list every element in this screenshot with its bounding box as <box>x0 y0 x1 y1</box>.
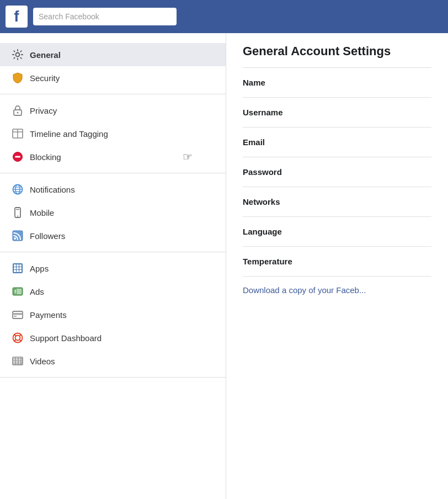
svg-rect-20 <box>17 264 19 267</box>
svg-rect-22 <box>14 267 16 269</box>
rss-icon <box>11 229 24 242</box>
sidebar: General Security <box>0 33 226 499</box>
svg-point-2 <box>17 112 19 114</box>
sidebar-item-followers-label: Followers <box>30 231 65 241</box>
svg-point-35 <box>15 336 20 341</box>
sidebar-item-general[interactable]: General <box>0 43 226 66</box>
svg-rect-30 <box>17 289 22 294</box>
settings-row-email[interactable]: Email <box>243 128 431 157</box>
videos-icon <box>11 354 24 368</box>
sidebar-item-mobile[interactable]: Mobile <box>0 201 226 224</box>
content-area: General Account Settings Name Username E… <box>226 33 448 499</box>
ads-icon: f <box>11 285 24 298</box>
settings-row-language[interactable]: Language <box>243 217 431 247</box>
svg-rect-21 <box>19 264 22 267</box>
sidebar-item-security[interactable]: Security <box>0 66 226 89</box>
svg-rect-33 <box>14 316 17 317</box>
sidebar-item-mobile-label: Mobile <box>30 208 54 217</box>
svg-rect-7 <box>15 156 20 158</box>
svg-rect-32 <box>13 313 23 315</box>
sidebar-item-security-label: Security <box>30 73 60 83</box>
support-icon <box>11 331 24 344</box>
sidebar-group-4: Apps f Ads <box>0 252 226 378</box>
sidebar-item-payments[interactable]: Payments <box>0 303 226 326</box>
shield-icon <box>11 71 24 84</box>
search-bar[interactable]: Search Facebook <box>33 8 177 25</box>
svg-rect-27 <box>19 270 22 272</box>
sidebar-item-notifications-label: Notifications <box>30 185 75 194</box>
page-title: General Account Settings <box>243 44 431 59</box>
sidebar-item-videos[interactable]: Videos <box>0 349 226 373</box>
sidebar-item-notifications[interactable]: Notifications <box>0 178 226 201</box>
header: f Search Facebook <box>0 0 448 33</box>
sidebar-item-videos-label: Videos <box>30 357 55 366</box>
facebook-logo: f <box>6 6 28 28</box>
sidebar-group-2: Privacy Timeline and Tagging <box>0 94 226 173</box>
gear-icon <box>11 48 24 61</box>
sidebar-item-ads-label: Ads <box>30 287 44 296</box>
sidebar-item-support-dashboard[interactable]: Support Dashboard <box>0 326 226 349</box>
sidebar-group-3: Notifications Mobile <box>0 173 226 252</box>
timeline-icon <box>11 127 24 140</box>
sidebar-item-followers[interactable]: Followers <box>0 224 226 247</box>
apps-icon <box>11 262 24 275</box>
svg-rect-26 <box>17 270 19 272</box>
svg-line-36 <box>14 335 16 336</box>
globe-icon <box>11 183 24 196</box>
payments-icon <box>11 308 24 321</box>
download-copy-link[interactable]: Download a copy of your Faceb... <box>243 277 431 304</box>
sidebar-item-timeline-tagging[interactable]: Timeline and Tagging <box>0 122 226 145</box>
sidebar-item-timeline-tagging-label: Timeline and Tagging <box>30 129 108 139</box>
lock-icon <box>11 104 24 117</box>
settings-row-temperature[interactable]: Temperature <box>243 247 431 277</box>
sidebar-item-privacy[interactable]: Privacy <box>0 99 226 122</box>
settings-row-networks[interactable]: Networks <box>243 187 431 217</box>
svg-point-0 <box>16 53 20 57</box>
svg-point-17 <box>14 237 16 240</box>
block-icon <box>11 150 24 163</box>
svg-line-37 <box>19 335 21 336</box>
settings-row-name[interactable]: Name <box>243 68 431 98</box>
sidebar-item-privacy-label: Privacy <box>30 106 57 115</box>
svg-rect-23 <box>17 267 19 269</box>
svg-rect-24 <box>19 267 22 269</box>
svg-point-14 <box>17 216 18 217</box>
settings-row-password[interactable]: Password <box>243 157 431 187</box>
sidebar-item-apps[interactable]: Apps <box>0 257 226 280</box>
settings-row-username[interactable]: Username <box>243 98 431 128</box>
sidebar-item-support-dashboard-label: Support Dashboard <box>30 333 102 343</box>
svg-rect-19 <box>14 264 16 267</box>
main-layout: General Security <box>0 33 448 499</box>
sidebar-group-1: General Security <box>0 39 226 94</box>
sidebar-item-general-label: General <box>30 50 61 60</box>
sidebar-item-ads[interactable]: f Ads <box>0 280 226 303</box>
sidebar-item-payments-label: Payments <box>30 310 67 320</box>
sidebar-item-apps-label: Apps <box>30 264 49 273</box>
search-placeholder: Search Facebook <box>39 12 99 21</box>
sidebar-item-blocking[interactable]: Blocking ☞ <box>0 145 226 168</box>
sidebar-item-blocking-label: Blocking <box>30 152 61 162</box>
cursor-pointer: ☞ <box>183 150 193 163</box>
svg-rect-25 <box>14 270 16 272</box>
svg-line-39 <box>19 339 21 341</box>
svg-line-38 <box>14 339 16 341</box>
mobile-icon <box>11 206 24 219</box>
